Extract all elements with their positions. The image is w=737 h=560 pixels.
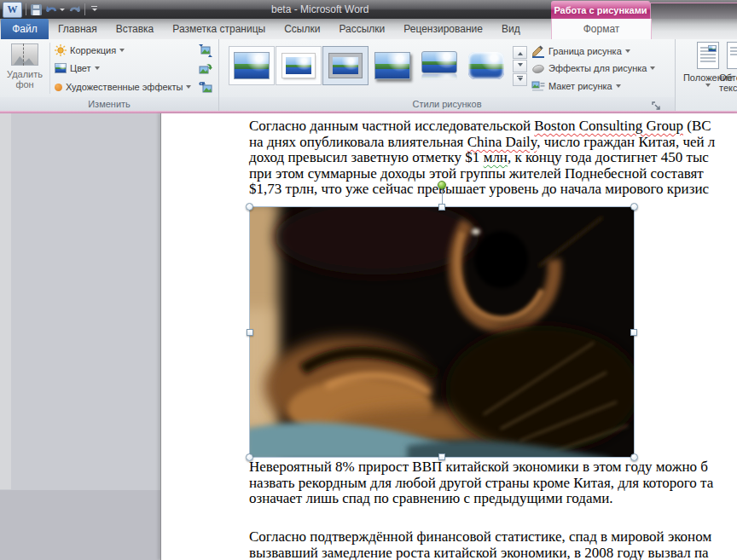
artistic-effects-icon [55, 84, 62, 91]
dropdown-caret [650, 66, 655, 72]
group-arrange: Положение Обтекание текстом [676, 39, 737, 111]
resize-handle-right[interactable] [630, 329, 637, 336]
paragraph: Согласно подтверждённой финансовой стати… [249, 529, 711, 560]
dropdown-caret [95, 66, 100, 72]
resize-handle-top-right[interactable] [630, 203, 638, 211]
text-line: Согласно данным частной исследовательско… [249, 118, 715, 135]
compress-picture-icon[interactable] [198, 43, 213, 57]
text-line: означает лишь спад по сравнению с предыд… [249, 491, 713, 507]
divider [84, 3, 85, 15]
text-line: $1,73 трлн, что уже сейчас превышает уро… [249, 182, 715, 198]
picture-style-thumb-1[interactable] [229, 46, 275, 85]
picture-border-button[interactable]: Граница рисунка [531, 44, 630, 58]
picture-style-thumb-4[interactable] [369, 46, 415, 85]
dialog-launcher-icon[interactable] [651, 99, 661, 109]
document-background-lower [0, 490, 160, 560]
ribbon-tab[interactable]: Рецензирование [394, 19, 492, 39]
text-line: Согласно подтверждённой финансовой стати… [249, 529, 711, 546]
ribbon-tab[interactable]: Главная [49, 19, 107, 39]
quick-access-toolbar: W [3, 2, 100, 17]
dropdown-caret [625, 49, 630, 55]
tab-file[interactable]: Файл [1, 19, 49, 39]
divider [26, 3, 26, 15]
ribbon-tab[interactable]: Вставка [107, 19, 164, 39]
text-line: доход превысил заветную отметку $1 млн, … [249, 150, 715, 166]
color-picture-icon [55, 63, 67, 73]
contextual-tab-group-header: Работа с рисунками [551, 1, 650, 19]
gallery-scroll-down[interactable] [513, 60, 527, 72]
sun-icon [55, 44, 67, 56]
ribbon: Удалить фон Коррекция Цвет Худ [0, 39, 737, 111]
left-edge-strip [0, 113, 11, 489]
picture-style-thumb-5[interactable] [416, 46, 462, 85]
text-line: вызвавший замедление роста китайской эко… [249, 546, 711, 560]
text-line: назвать рекордным для любой другой стран… [249, 476, 713, 492]
resize-handle-bottom-left[interactable] [246, 453, 253, 461]
tab-format-active[interactable]: Формат [551, 19, 652, 39]
color-button[interactable]: Цвет [55, 61, 100, 75]
undo-dropdown-caret[interactable] [60, 9, 65, 14]
picture-style-thumb-2[interactable] [276, 46, 322, 85]
pen-border-icon [531, 45, 545, 58]
paragraph: Согласно данным частной исследовательско… [249, 118, 715, 198]
ribbon-tab[interactable]: Разметка страницы [163, 19, 275, 39]
group-label-adjust: Изменить [0, 97, 218, 111]
picture-style-thumb-6[interactable] [463, 46, 509, 85]
paragraph: Невероятный 8% прирост ВВП китайской эко… [249, 459, 713, 507]
artistic-effects-button[interactable]: Художественные эффекты [55, 80, 191, 94]
text-line: при этом суммарные доходы этой группы жи… [249, 166, 715, 182]
remove-background-icon [11, 43, 38, 66]
resize-handle-top[interactable] [438, 204, 445, 211]
word-logo-icon[interactable]: W [3, 2, 22, 18]
rotation-stem [442, 189, 443, 204]
picture-layout-button[interactable]: Макет рисунка [531, 79, 621, 93]
picture-style-thumb-3[interactable] [322, 46, 368, 85]
rotate-handle[interactable] [438, 181, 446, 189]
text-line: Невероятный 8% прирост ВВП китайской эко… [249, 459, 713, 476]
dropdown-caret [119, 49, 125, 55]
customize-toolbar-icon[interactable] [89, 3, 100, 16]
gallery-more-button[interactable] [513, 73, 527, 86]
wrap-text-icon [727, 42, 737, 69]
ribbon-tab[interactable]: Рассылки [329, 19, 394, 39]
group-label-picture-styles: Стили рисунков [219, 97, 675, 111]
save-icon[interactable] [30, 3, 43, 16]
ribbon-tabs: ГлавнаяВставкаРазметка страницыСсылкиРас… [49, 19, 530, 39]
change-picture-icon[interactable] [198, 62, 213, 76]
resize-handle-bottom-right[interactable] [630, 453, 638, 461]
word-window: { "window": { "title": "beta - Microsoft… [0, 0, 737, 560]
ribbon-tab[interactable]: Ссылки [275, 19, 329, 39]
wrap-text-button[interactable]: Обтекание текстом [719, 42, 737, 93]
remove-background-button[interactable]: Удалить фон [2, 41, 48, 95]
dropdown-caret [186, 85, 191, 91]
group-picture-styles: Граница рисунка Эффекты для рисунка Маке… [219, 39, 676, 111]
window-title: beta - Microsoft Word [271, 3, 368, 15]
dropdown-caret [616, 84, 621, 90]
resize-handle-left[interactable] [247, 329, 253, 336]
picture-effects-button[interactable]: Эффекты для рисунка [531, 61, 655, 75]
reset-picture-icon[interactable] [198, 81, 213, 95]
rabbit-photo [250, 207, 634, 457]
position-icon [697, 42, 719, 69]
resize-handle-bottom[interactable] [438, 453, 445, 460]
gallery-scroll-up[interactable] [513, 46, 527, 59]
picture-layout-icon [531, 80, 545, 93]
undo-icon[interactable] [45, 3, 65, 16]
corrections-button[interactable]: Коррекция [55, 43, 125, 57]
text-line: на днях опубликовала влиятельная China D… [249, 135, 715, 151]
resize-handle-top-left[interactable] [246, 203, 253, 211]
divider [49, 43, 50, 94]
ribbon-tab[interactable]: Вид [492, 19, 530, 39]
group-adjust: Удалить фон Коррекция Цвет Худ [0, 39, 219, 111]
redo-icon[interactable] [67, 3, 81, 16]
dropdown-caret [705, 84, 711, 89]
document-image[interactable] [249, 206, 635, 458]
shape-effects-icon [531, 62, 545, 75]
